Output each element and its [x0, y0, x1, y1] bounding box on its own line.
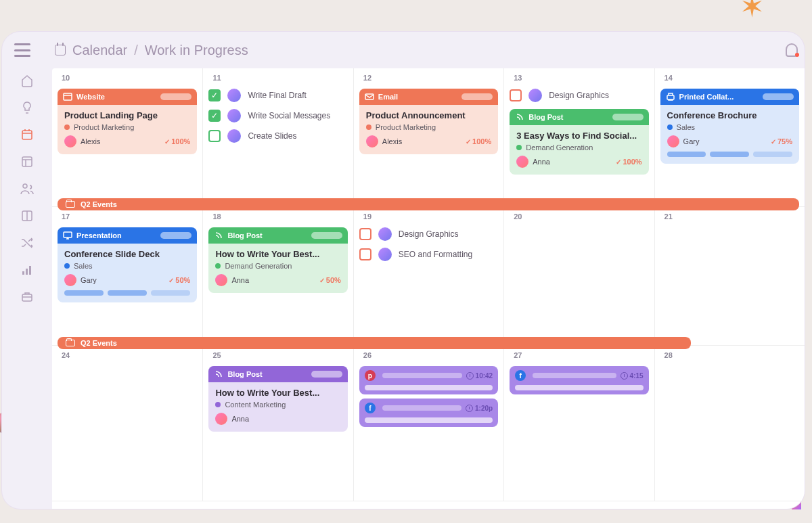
calendar-cell[interactable]: 10WebsiteProduct Landing PageProduct Mar…: [52, 68, 202, 207]
calendar-cell[interactable]: 18Blog PostHow to Write Your Best...Dema…: [202, 207, 353, 346]
bars-icon[interactable]: [20, 263, 34, 277]
bulb-icon[interactable]: [20, 101, 34, 114]
task-label: SEO and Formatting: [399, 250, 472, 259]
breadcrumb-separator: /: [134, 43, 138, 58]
card-tag: Sales: [74, 262, 93, 270]
card-type: Website: [76, 93, 105, 101]
avatar: [516, 156, 528, 168]
task-label: Write Final Draft: [248, 91, 306, 100]
avatar: [227, 89, 241, 102]
task-row[interactable]: Create Slides: [208, 129, 347, 143]
task-card[interactable]: PresentationConference Slide DeckSalesGa…: [58, 227, 197, 302]
calendar-cell[interactable]: 28: [654, 346, 805, 501]
calendar-cell[interactable]: 11✓Write Final Draft✓Write Social Messag…: [202, 68, 353, 207]
home-icon[interactable]: [20, 74, 34, 87]
task-card[interactable]: Blog PostHow to Write Your Best...Conten…: [208, 366, 347, 432]
assignee: Alexis: [382, 137, 402, 145]
task-card[interactable]: Printed Collat...Conference BrochureSale…: [660, 89, 799, 164]
checkbox[interactable]: [359, 248, 371, 260]
calendar-grid: 10WebsiteProduct Landing PageProduct Mar…: [52, 68, 805, 509]
calendar-cell[interactable]: 13Design GraphicsBlog Post3 Easy Ways to…: [503, 68, 654, 207]
avatar: [378, 227, 392, 241]
task-row[interactable]: Design Graphics: [359, 227, 498, 241]
svg-rect-11: [64, 232, 72, 237]
svg-rect-4: [22, 271, 24, 275]
card-tag: Sales: [677, 123, 696, 131]
task-row[interactable]: SEO and Formatting: [359, 248, 498, 261]
social-time: 10:42: [476, 372, 493, 380]
card-title: Conference Brochure: [667, 110, 792, 120]
assignee: Anna: [231, 415, 249, 423]
task-card[interactable]: Blog Post3 Easy Ways to Find Social...De…: [510, 109, 648, 175]
card-tag: Demand Generation: [225, 262, 292, 270]
day-number: 24: [62, 351, 197, 359]
card-type: Presentation: [76, 231, 122, 240]
calendar-cell[interactable]: 24: [52, 346, 202, 501]
calendar-cell[interactable]: 26p10:42f1:20p: [353, 346, 503, 501]
day-number: 20: [514, 212, 648, 221]
social-card[interactable]: f1:20p: [359, 399, 498, 427]
day-number: 10: [62, 74, 197, 82]
svg-rect-1: [22, 157, 32, 166]
task-row[interactable]: ✓Write Final Draft: [208, 89, 347, 102]
card-type: Blog Post: [528, 113, 563, 121]
social-network-icon: p: [365, 370, 376, 381]
calendar-cell[interactable]: 17PresentationConference Slide DeckSales…: [52, 207, 202, 346]
task-label: Design Graphics: [399, 229, 459, 239]
task-row[interactable]: Design Graphics: [510, 89, 648, 102]
social-time: 1:20p: [475, 405, 493, 412]
shuffle-icon[interactable]: [20, 236, 34, 250]
day-number: 19: [363, 212, 498, 221]
events-banner-1[interactable]: Q2 Events: [58, 198, 799, 210]
svg-rect-6: [29, 266, 31, 275]
layout-icon[interactable]: [20, 155, 34, 168]
task-card[interactable]: Blog PostHow to Write Your Best...Demand…: [208, 227, 347, 293]
day-number: 13: [514, 74, 648, 82]
breadcrumb-current[interactable]: Work in Progress: [145, 43, 248, 58]
assignee: Gary: [683, 137, 700, 145]
calendar-cell[interactable]: 25Blog PostHow to Write Your Best...Cont…: [202, 346, 353, 501]
social-card[interactable]: p10:42: [359, 366, 498, 394]
folder-icon: [66, 340, 75, 346]
events-label: Q2 Events: [81, 339, 117, 347]
decoration-star: ✶: [740, 0, 765, 24]
calendar-cell[interactable]: 12EmailProduct AnnouncementProduct Marke…: [353, 68, 503, 207]
social-card[interactable]: f4:15: [510, 366, 648, 394]
checkbox[interactable]: [510, 89, 522, 101]
events-banner-2[interactable]: Q2 Events: [58, 337, 691, 349]
briefcase-icon[interactable]: [20, 290, 34, 304]
checkbox[interactable]: [208, 130, 221, 142]
breadcrumb-root[interactable]: Calendar: [72, 43, 127, 58]
calendar-cell[interactable]: 19Design GraphicsSEO and Formatting: [353, 207, 503, 346]
card-type: Blog Post: [227, 231, 262, 240]
calendar-cell[interactable]: 20: [503, 207, 654, 346]
app-frame: Calendar / Work in Progress 10WebsitePro…: [1, 31, 805, 509]
completion-pct: 100%: [616, 158, 641, 166]
calendar-cell[interactable]: 27f4:15: [503, 346, 654, 501]
day-number: 26: [363, 351, 498, 359]
bell-icon[interactable]: [786, 43, 798, 57]
task-row[interactable]: ✓Write Social Messages: [208, 109, 347, 122]
assignee: Gary: [81, 276, 97, 284]
card-type: Blog Post: [227, 370, 262, 378]
columns-icon[interactable]: [20, 209, 34, 223]
card-tag: Product Marketing: [376, 123, 436, 131]
checkbox[interactable]: ✓: [208, 89, 221, 101]
checkbox[interactable]: ✓: [208, 110, 221, 122]
topbar: Calendar / Work in Progress: [2, 32, 805, 68]
card-title: Conference Slide Deck: [64, 249, 190, 259]
assignee: Anna: [533, 158, 550, 166]
completion-pct: 75%: [771, 137, 792, 145]
hamburger-menu[interactable]: [14, 43, 30, 57]
svg-rect-8: [64, 93, 72, 100]
task-card[interactable]: EmailProduct AnnouncementProduct Marketi…: [359, 89, 498, 154]
calendar-nav-icon[interactable]: [20, 128, 34, 141]
calendar-cell[interactable]: 14Printed Collat...Conference BrochureSa…: [654, 68, 805, 207]
calendar-cell[interactable]: 21: [654, 207, 805, 346]
sidenav: [2, 68, 52, 509]
task-card[interactable]: WebsiteProduct Landing PageProduct Marke…: [58, 89, 197, 154]
checkbox[interactable]: [359, 228, 371, 240]
day-number: 18: [212, 212, 347, 221]
people-icon[interactable]: [20, 182, 34, 196]
svg-rect-0: [22, 131, 32, 139]
